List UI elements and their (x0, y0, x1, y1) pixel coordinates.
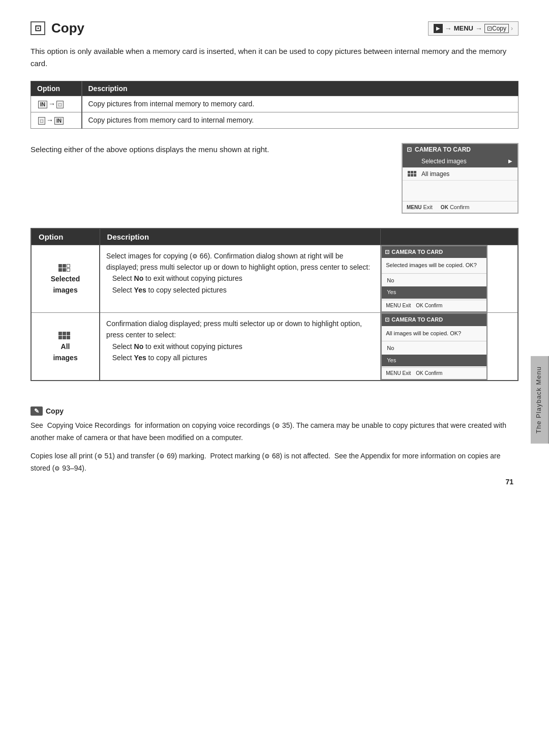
desc-text-all: Confirmation dialog displayed; press mul… (106, 319, 362, 339)
top-table-desc-header: Description (82, 81, 518, 96)
arrow-icon-1: → (445, 24, 452, 33)
footer-exit: MENU Exit (407, 204, 433, 210)
play-icon: ▶ (434, 24, 443, 33)
confirm-header-all: ⊡ CAMERA TO CARD (382, 314, 486, 326)
menu-label: MENU (454, 24, 473, 32)
all-images-label: All images (421, 170, 449, 178)
note-title: ✎ Copy (30, 406, 518, 416)
selected-icon-large (38, 261, 93, 273)
confirm-options-all: No Yes (382, 341, 486, 367)
note-paragraph-2: Copies lose all print (⚙ 51) and transfe… (30, 450, 518, 475)
middle-text: Selecting either of the above options di… (30, 143, 381, 156)
camera-menu-box: ⊡ CAMERA TO CARD Selected images ▶ All i… (402, 143, 518, 214)
camera-menu-title: CAMERA TO CARD (415, 146, 471, 153)
confirm-cam-icon-1: ⊡ (385, 248, 389, 257)
confirm-box-selected: ⊡ CAMERA TO CARD Selected images will be… (381, 245, 487, 312)
opt-cell-selected: Selectedimages (31, 245, 100, 312)
big-table-option-header: Option (31, 228, 100, 245)
confirm-option-yes-2[interactable]: Yes (382, 355, 486, 367)
top-table-option-header: Option (31, 81, 82, 96)
confirm-body-all: All images will be copied. OK? (382, 326, 486, 342)
selected-label: Selectedimages (38, 273, 93, 296)
header-row: ⊡ Copy ▶ → MENU → ⊡Copy › (30, 20, 518, 36)
confirm-footer-exit-2: MENU Exit (386, 369, 411, 377)
breadcrumb: ▶ → MENU → ⊡Copy › (428, 21, 518, 36)
camera-menu-header: ⊡ CAMERA TO CARD (403, 144, 517, 155)
page-number: 71 (505, 478, 513, 486)
mem-icon-1: IN (38, 101, 47, 108)
confirm-footer-ok-1: OK Confirm (416, 302, 442, 310)
table-row: Allimages Confirmation dialog displayed;… (31, 312, 518, 381)
confirm-footer-all: MENU Exit OK Confirm (382, 367, 486, 379)
option-cell-1: IN→□ (31, 96, 82, 112)
note-label: Copy (46, 407, 64, 415)
desc-cell-2: Copy pictures from memory card to intern… (82, 112, 518, 128)
desc-cell-selected: Select images for copying (⚙ 66). Confir… (100, 245, 381, 312)
confirm-footer-ok-2: OK Confirm (416, 369, 442, 377)
opt-cell-all: Allimages (31, 312, 100, 381)
chevron-icon: › (511, 25, 513, 32)
confirm-option-no-1[interactable]: No (382, 275, 486, 287)
all-images-icon (408, 171, 416, 177)
confirm-footer-exit-1: MENU Exit (386, 302, 411, 310)
title-text: Copy (51, 20, 84, 36)
top-option-table: Option Description IN→□ Copy pictures fr… (30, 81, 518, 129)
big-table-desc-header: Description (100, 228, 381, 245)
table-row: IN→□ Copy pictures from internal memory … (31, 96, 518, 112)
all-label: Allimages (38, 341, 93, 364)
confirm-header-selected: ⊡ CAMERA TO CARD (382, 246, 486, 258)
table-row: □→IN Copy pictures from memory card to i… (31, 112, 518, 128)
page-content: ⊡ Copy ▶ → MENU → ⊡Copy › This option is… (0, 0, 549, 501)
note-icon: ✎ (30, 406, 43, 416)
footer-confirm: OK Confirm (441, 204, 470, 210)
camera-menu-footer: MENU Exit OK Confirm (403, 201, 517, 213)
note-paragraph-1: See Copying Voice Recordings for informa… (30, 420, 518, 444)
copy-icon: ⊡ (30, 21, 45, 35)
mem-icon-2: IN (54, 117, 64, 125)
grid-icon-selected (58, 264, 70, 272)
preview-cell-selected: ⊡ CAMERA TO CARD Selected images will be… (381, 245, 518, 312)
all-icon-large (38, 330, 93, 341)
breadcrumb-copy: ⊡Copy (484, 24, 509, 33)
confirm-body-selected: Selected images will be copied. OK? (382, 258, 486, 274)
arrow-right-icon: ▶ (508, 158, 512, 164)
big-table-preview-header (381, 228, 518, 245)
desc-cell-1: Copy pictures from internal memory to me… (82, 96, 518, 112)
intro-text: This option is only available when a mem… (30, 45, 518, 70)
page-title: ⊡ Copy (30, 20, 84, 36)
confirm-option-no-2[interactable]: No (382, 342, 486, 355)
confirm-box-all: ⊡ CAMERA TO CARD All images will be copi… (381, 313, 487, 380)
selected-images-label: Selected images (421, 158, 467, 165)
note-section: ✎ Copy See Copying Voice Recordings for … (30, 401, 518, 474)
selected-images-icon (408, 158, 416, 164)
confirm-title-1: CAMERA TO CARD (391, 248, 443, 257)
big-option-table: Option Description (30, 228, 518, 382)
desc-cell-all: Confirmation dialog displayed; press mul… (100, 312, 381, 381)
confirm-cam-icon-2: ⊡ (385, 315, 389, 325)
option-cell-2: □→IN (31, 112, 82, 128)
confirm-footer-selected: MENU Exit OK Confirm (382, 300, 486, 311)
confirm-title-2: CAMERA TO CARD (391, 315, 443, 325)
confirm-option-yes-1[interactable]: Yes (382, 286, 486, 299)
camera-menu-item-all[interactable]: All images (403, 168, 517, 181)
card-icon-2: □ (38, 117, 45, 125)
card-icon-1: □ (56, 101, 64, 108)
arrow-icon-2: → (475, 24, 482, 33)
menu-spacer (403, 181, 517, 201)
preview-cell-all: ⊡ CAMERA TO CARD All images will be copi… (381, 312, 518, 381)
grid-icon-all (58, 332, 70, 339)
desc-text-selected: Select images for copying (⚙ 66). Confir… (106, 252, 370, 271)
confirm-options-selected: No Yes (382, 274, 486, 300)
table-row: Selectedimages Select images for copying… (31, 245, 518, 312)
camera-icon: ⊡ (407, 146, 412, 153)
camera-menu-item-selected[interactable]: Selected images ▶ (403, 155, 517, 168)
middle-text-content: Selecting either of the above options di… (30, 145, 269, 154)
middle-section: Selecting either of the above options di… (30, 143, 518, 214)
sidebar-tab: The Playback Menu (531, 356, 549, 444)
